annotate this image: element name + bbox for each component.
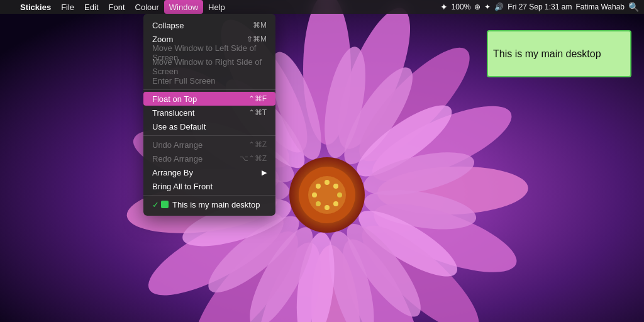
svg-point-27: [199, 205, 309, 304]
svg-point-40: [325, 205, 330, 210]
menu-item-main-desktop[interactable]: ✓ This is my main desktop: [143, 197, 275, 211]
svg-point-17: [317, 43, 373, 161]
svg-point-5: [377, 164, 530, 217]
file-menu[interactable]: File: [56, 0, 79, 14]
svg-point-41: [316, 201, 321, 206]
help-menu[interactable]: Help: [203, 0, 230, 14]
window-color-dot: [161, 201, 169, 208]
menu-item-translucent[interactable]: Translucent ⌃⌘T: [143, 106, 275, 119]
svg-point-22: [350, 199, 465, 288]
svg-point-19: [348, 94, 461, 187]
username: Fatima Wahab: [575, 3, 625, 11]
font-menu[interactable]: Font: [104, 0, 130, 14]
shortcut-undo: ⌃⌘Z: [248, 140, 267, 149]
svg-point-18: [333, 58, 424, 172]
item-label: Bring All to Front: [152, 182, 213, 191]
shortcut-collapse: ⌘M: [253, 21, 267, 30]
battery-percent: 100%: [452, 3, 471, 11]
item-label: Arrange By: [152, 168, 193, 177]
menu-section-3: Undo Arrange ⌃⌘Z Redo Arrange ⌥⌃⌘Z Arran…: [143, 136, 275, 196]
menubar: Stickies File Edit Font Colour Window He…: [0, 0, 644, 14]
svg-point-37: [333, 184, 338, 189]
menu-item-bring-all-front[interactable]: Bring All to Front: [143, 179, 275, 193]
svg-point-42: [312, 192, 317, 197]
app-name-menu[interactable]: Stickies: [15, 0, 56, 14]
menu-item-undo-arrange: Undo Arrange ⌃⌘Z: [143, 138, 275, 152]
svg-point-33: [289, 157, 365, 233]
menubar-right: ✦ 100% ⊕ ✦ 🔊 Fri 27 Sep 1:31 am Fatima W…: [440, 2, 639, 12]
menu-item-arrange-by[interactable]: Arrange By ▶: [143, 165, 275, 179]
item-label: Use as Default: [152, 122, 206, 131]
shortcut-zoom: ⇧⌘M: [247, 35, 267, 43]
svg-point-4: [364, 91, 521, 196]
window-dropdown: Collapse ⌘M Zoom ⇧⌘M Move Window to Left…: [143, 14, 275, 216]
item-label: Undo Arrange: [152, 140, 203, 150]
edit-menu[interactable]: Edit: [79, 0, 103, 14]
svg-point-24: [319, 227, 383, 322]
svg-point-9: [307, 243, 365, 322]
item-label: Float on Top: [152, 94, 197, 104]
menu-item-redo-arrange: Redo Arrange ⌥⌃⌘Z: [143, 152, 275, 165]
item-label: Translucent: [152, 108, 194, 118]
search-icon[interactable]: 🔍: [628, 2, 639, 12]
svg-point-6: [366, 190, 525, 287]
menu-item-use-as-default[interactable]: Use as Default: [143, 119, 275, 133]
menubar-left: Stickies File Edit Font Colour Window He…: [5, 0, 230, 14]
apple-menu[interactable]: [5, 0, 15, 14]
menu-item-collapse[interactable]: Collapse ⌘M: [143, 18, 275, 32]
svg-point-21: [362, 184, 479, 236]
datetime: Fri 27 Sep 1:31 am: [508, 3, 572, 11]
menu-item-float-on-top[interactable]: Float on Top ⌃⌘F: [143, 92, 275, 106]
sticky-note-text: This is my main desktop: [493, 48, 601, 60]
menu-section-windows: ✓ This is my main desktop: [143, 196, 275, 213]
svg-point-38: [337, 192, 342, 197]
svg-point-25: [291, 230, 340, 322]
item-label: Redo Arrange: [152, 154, 203, 164]
sticky-note[interactable]: This is my main desktop: [487, 30, 631, 77]
svg-point-35: [308, 176, 346, 214]
svg-point-23: [336, 214, 432, 322]
svg-point-8: [328, 230, 437, 322]
item-label: Enter Full Screen: [152, 76, 215, 86]
svg-point-26: [238, 219, 324, 322]
svg-point-1: [303, 0, 351, 145]
item-label: Zoom: [152, 35, 173, 44]
volume-icon: 🔊: [494, 3, 504, 11]
window-menu-trigger[interactable]: Window: [164, 0, 203, 14]
menu-section-1: Collapse ⌘M Zoom ⇧⌘M Move Window to Left…: [143, 16, 275, 90]
svg-point-39: [333, 201, 338, 206]
submenu-arrow-icon: ▶: [262, 169, 267, 177]
svg-point-20: [360, 144, 478, 204]
shortcut-redo: ⌥⌃⌘Z: [240, 154, 267, 163]
svg-point-7: [348, 211, 492, 322]
svg-point-34: [299, 167, 355, 223]
item-label: This is my main desktop: [172, 200, 260, 209]
svg-point-10: [242, 235, 334, 322]
menu-item-fullscreen: Enter Full Screen: [143, 74, 275, 87]
svg-point-36: [325, 180, 330, 185]
svg-point-43: [316, 184, 321, 189]
svg-point-3: [345, 33, 484, 175]
checkmark-icon: ✓: [152, 200, 161, 209]
colour-menu[interactable]: Colour: [130, 0, 164, 14]
brightness-icon: ✦: [440, 2, 448, 12]
menu-item-move-right: Move Window to Right Side of Screen: [143, 60, 275, 74]
menu-section-2: Float on Top ⌃⌘F Translucent ⌃⌘T Use as …: [143, 90, 275, 136]
shortcut-float: ⌃⌘F: [248, 94, 267, 103]
wifi-icon: ⊕: [474, 3, 480, 11]
svg-point-11: [179, 218, 313, 322]
svg-point-2: [324, 0, 425, 157]
shortcut-translucent: ⌃⌘T: [248, 108, 267, 117]
bluetooth-icon: ✦: [484, 3, 491, 11]
item-label: Collapse: [152, 21, 184, 30]
